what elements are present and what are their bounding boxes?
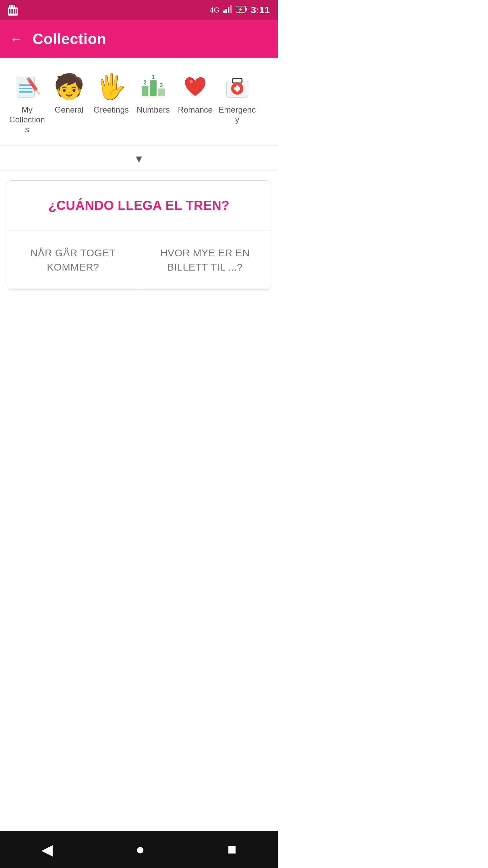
- svg-rect-1: [9, 5, 11, 8]
- category-item-emergency[interactable]: Emergency: [217, 68, 258, 127]
- phrase-alt-left[interactable]: NÅR GÅR TOGET KOMMER?: [7, 231, 139, 289]
- svg-rect-24: [142, 86, 148, 96]
- svg-rect-5: [11, 9, 12, 14]
- svg-rect-2: [11, 5, 13, 8]
- svg-rect-14: [245, 8, 247, 11]
- card-section: ¿CUÁNDO LLEGA EL TREN? NÅR GÅR TOGET KOM…: [0, 171, 278, 299]
- svg-rect-11: [228, 7, 229, 13]
- svg-rect-28: [158, 88, 165, 96]
- general-icon: 🧒: [54, 71, 84, 102]
- nav-back-button[interactable]: ◀: [41, 841, 53, 858]
- my-collections-icon: [12, 71, 42, 102]
- chevron-row[interactable]: ▾: [0, 145, 278, 171]
- svg-text:2: 2: [144, 80, 147, 85]
- main-phrase-text: ¿CUÁNDO LLEGA EL TREN?: [48, 198, 230, 213]
- svg-rect-35: [234, 87, 240, 90]
- svg-rect-7: [14, 9, 15, 14]
- emergency-icon: [222, 71, 252, 102]
- category-item-romance[interactable]: Romance: [175, 68, 216, 118]
- nav-home-button[interactable]: ●: [136, 841, 145, 858]
- numbers-icon: 2 1 3: [138, 71, 168, 102]
- clock: 3:11: [251, 5, 270, 16]
- category-item-my-collections[interactable]: My Collections: [7, 68, 47, 137]
- svg-point-30: [189, 80, 193, 83]
- romance-icon: [180, 71, 210, 102]
- greetings-label: Greetings: [94, 105, 129, 115]
- svg-rect-4: [9, 9, 10, 14]
- svg-rect-12: [230, 5, 232, 13]
- numbers-label: Numbers: [137, 105, 169, 115]
- status-icons: 4G ⚡ 3:11: [210, 5, 270, 16]
- category-item-greetings[interactable]: 🖐️ Greetings: [91, 68, 131, 118]
- category-item-general[interactable]: 🧒 General: [49, 68, 89, 118]
- signal-icon: [223, 5, 232, 15]
- chevron-down-icon: ▾: [136, 152, 142, 166]
- greetings-icon: 🖐️: [96, 71, 126, 102]
- category-row: My Collections 🧒 General 🖐️ Greetings: [7, 68, 271, 137]
- toolbar: ← Collection: [0, 20, 278, 58]
- svg-rect-3: [14, 5, 15, 8]
- romance-label: Romance: [178, 105, 213, 115]
- sd-card-icon: [8, 5, 18, 18]
- svg-rect-8: [16, 9, 17, 14]
- phrase-main[interactable]: ¿CUÁNDO LLEGA EL TREN?: [7, 181, 271, 231]
- svg-text:⚡: ⚡: [238, 7, 244, 13]
- page-title: Collection: [33, 31, 106, 47]
- svg-rect-26: [150, 80, 157, 96]
- general-label: General: [55, 105, 83, 115]
- svg-text:1: 1: [152, 74, 155, 80]
- bottom-nav-bar: ◀ ● ■: [0, 831, 278, 868]
- svg-rect-6: [12, 9, 13, 14]
- category-item-numbers[interactable]: 2 1 3 Numbers: [133, 68, 174, 118]
- alt-right-text: HVOR MYE ER EN BILLETT TIL ...?: [160, 247, 250, 273]
- back-button[interactable]: ←: [9, 32, 23, 46]
- svg-rect-16: [17, 77, 35, 97]
- battery-icon: ⚡: [236, 5, 247, 15]
- phrase-card: ¿CUÁNDO LLEGA EL TREN? NÅR GÅR TOGET KOM…: [7, 180, 271, 290]
- alt-left-text: NÅR GÅR TOGET KOMMER?: [30, 247, 116, 273]
- nav-recent-button[interactable]: ■: [227, 841, 237, 858]
- phrase-alt-right[interactable]: HVOR MYE ER EN BILLETT TIL ...?: [139, 231, 271, 289]
- emergency-label: Emergency: [218, 105, 256, 125]
- svg-rect-10: [225, 9, 227, 13]
- phrase-alts: NÅR GÅR TOGET KOMMER? HVOR MYE ER EN BIL…: [7, 231, 271, 289]
- status-bar: 4G ⚡ 3:11: [0, 0, 278, 20]
- category-section: My Collections 🧒 General 🖐️ Greetings: [0, 58, 278, 145]
- my-collections-label: My Collections: [8, 105, 46, 134]
- svg-text:3: 3: [160, 82, 163, 88]
- network-label: 4G: [210, 6, 220, 15]
- svg-rect-9: [223, 11, 225, 13]
